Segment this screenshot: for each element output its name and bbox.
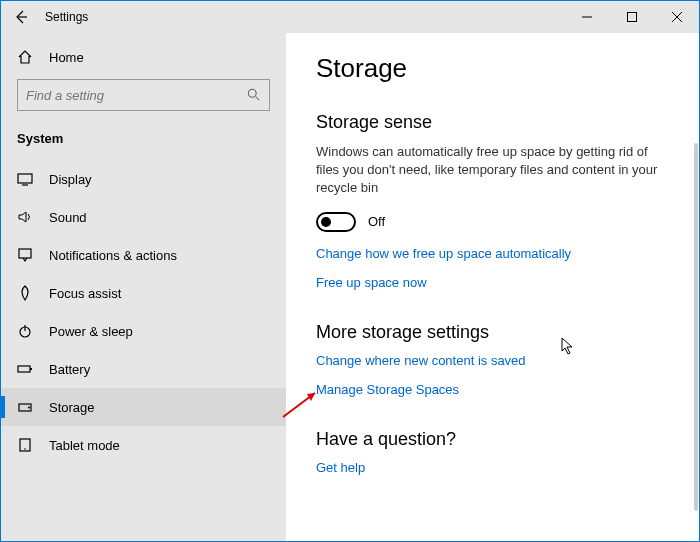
maximize-button[interactable]: [609, 1, 654, 33]
svg-rect-8: [19, 249, 31, 258]
sidebar-item-label: Sound: [49, 210, 87, 225]
cursor-icon: [561, 337, 575, 355]
svg-rect-1: [627, 13, 636, 22]
sidebar-item-power-sleep[interactable]: Power & sleep: [1, 312, 286, 350]
battery-icon: [17, 361, 33, 377]
scrollbar[interactable]: [694, 143, 698, 511]
window-controls: [564, 1, 699, 33]
power-icon: [17, 323, 33, 339]
sound-icon: [17, 209, 33, 225]
category-heading: System: [1, 121, 286, 160]
content: Home System Display Sound Notificatio: [1, 33, 699, 541]
more-storage-heading: More storage settings: [316, 322, 669, 343]
svg-point-16: [24, 448, 26, 450]
have-question-heading: Have a question?: [316, 429, 669, 450]
display-icon: [17, 171, 33, 187]
search-row: [1, 75, 286, 121]
home-label: Home: [49, 50, 84, 65]
sidebar-item-display[interactable]: Display: [1, 160, 286, 198]
storage-sense-heading: Storage sense: [316, 112, 669, 133]
link-free-up-now[interactable]: Free up space now: [316, 275, 669, 290]
svg-point-4: [248, 89, 256, 97]
link-change-free-up[interactable]: Change how we free up space automaticall…: [316, 246, 669, 261]
sidebar-item-battery[interactable]: Battery: [1, 350, 286, 388]
search-input[interactable]: [17, 79, 270, 111]
search-icon: [247, 88, 261, 102]
back-icon[interactable]: [13, 9, 29, 25]
nav-list: Display Sound Notifications & actions Fo…: [1, 160, 286, 541]
sidebar-item-label: Power & sleep: [49, 324, 133, 339]
titlebar: Settings: [1, 1, 699, 33]
svg-rect-6: [18, 174, 32, 183]
toggle-knob: [321, 217, 331, 227]
minimize-button[interactable]: [564, 1, 609, 33]
sidebar-item-label: Tablet mode: [49, 438, 120, 453]
sidebar-item-notifications[interactable]: Notifications & actions: [1, 236, 286, 274]
window-title: Settings: [45, 10, 88, 24]
home-icon: [17, 49, 33, 65]
sidebar-item-label: Display: [49, 172, 92, 187]
link-get-help[interactable]: Get help: [316, 460, 669, 475]
link-change-where-saved[interactable]: Change where new content is saved: [316, 353, 669, 368]
page-title: Storage: [316, 53, 669, 84]
svg-rect-12: [30, 368, 32, 370]
focus-assist-icon: [17, 285, 33, 301]
storage-sense-toggle-row: Off: [316, 212, 669, 232]
sidebar-item-focus-assist[interactable]: Focus assist: [1, 274, 286, 312]
storage-icon: [17, 399, 33, 415]
annotation-arrow: [281, 389, 321, 419]
svg-line-5: [256, 97, 260, 101]
svg-rect-11: [18, 366, 30, 372]
storage-sense-desc: Windows can automatically free up space …: [316, 143, 669, 198]
sidebar-item-label: Storage: [49, 400, 95, 415]
storage-sense-toggle[interactable]: [316, 212, 356, 232]
notifications-icon: [17, 247, 33, 263]
main-panel: Storage Storage sense Windows can automa…: [286, 33, 699, 541]
sidebar-item-storage[interactable]: Storage: [1, 388, 286, 426]
sidebar-item-label: Notifications & actions: [49, 248, 177, 263]
sidebar: Home System Display Sound Notificatio: [1, 33, 286, 541]
sidebar-item-sound[interactable]: Sound: [1, 198, 286, 236]
svg-point-14: [28, 407, 30, 409]
toggle-state-label: Off: [368, 214, 385, 229]
link-manage-storage-spaces[interactable]: Manage Storage Spaces: [316, 382, 669, 397]
titlebar-left: Settings: [1, 9, 88, 25]
search-field[interactable]: [26, 88, 247, 103]
sidebar-item-tablet-mode[interactable]: Tablet mode: [1, 426, 286, 464]
sidebar-item-label: Battery: [49, 362, 90, 377]
sidebar-item-label: Focus assist: [49, 286, 121, 301]
tablet-icon: [17, 437, 33, 453]
home-button[interactable]: Home: [1, 39, 286, 75]
close-button[interactable]: [654, 1, 699, 33]
